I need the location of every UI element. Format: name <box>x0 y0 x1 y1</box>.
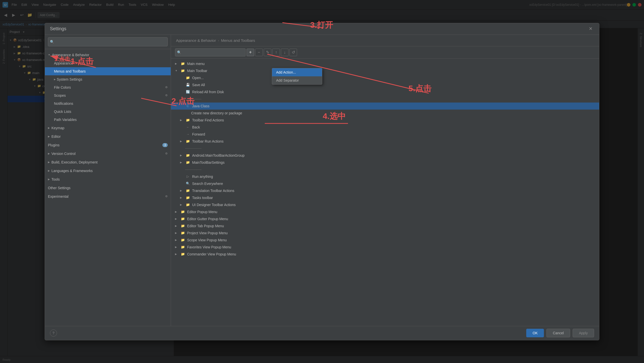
menu-tree-android[interactable]: ▶ 📁 Android.MainToolBarActionGroup <box>171 152 599 159</box>
menu-tree-java-class[interactable]: C Java Class <box>171 103 599 110</box>
back-label: Back <box>192 125 200 129</box>
menu-tree-ui-designer[interactable]: ▶ 📁 UI Designer Toolbar Actions <box>171 201 599 208</box>
commander-popup-arrow: ▶ <box>175 253 180 255</box>
apply-button[interactable]: Apply <box>573 329 594 337</box>
settings-item-scopes[interactable]: Scopes ⚙ <box>45 91 171 100</box>
vc-arrow: ▶ <box>48 152 50 155</box>
open-folder-icon: 📁 <box>185 75 191 81</box>
settings-item-notifications[interactable]: Notifications <box>45 100 171 108</box>
sep-2-label: -------------- <box>185 146 201 150</box>
move-down-button[interactable]: ↓ <box>281 49 288 56</box>
run-anything-icon: ▷ <box>185 174 191 179</box>
settings-filter-wrap: 🔍 <box>175 48 246 56</box>
version-control-label: Version Control <box>51 152 76 156</box>
menu-tree-search-everywhere[interactable]: 🔍 Search Everywhere <box>171 180 599 187</box>
menu-tree-open[interactable]: 📁 Open... <box>171 74 599 81</box>
menu-tree-translation[interactable]: ▶ 📁 Translation Toolbar Actions <box>171 187 599 194</box>
settings-group-plugins[interactable]: Plugins 3 <box>45 141 171 149</box>
menu-tree-main-menu[interactable]: ▶ 📁 Main menu <box>171 60 599 67</box>
path-variables-label: Path Variables <box>54 118 77 122</box>
menu-tree-project-view-popup[interactable]: ▶ 📁 Project View Popup Menu <box>171 229 599 237</box>
run-anything-label: Run anything <box>192 175 213 179</box>
settings-group-editor[interactable]: ▶ Editor <box>45 132 171 141</box>
back-icon: ← <box>185 124 191 130</box>
menu-tree-reload[interactable]: 🔄 Reload All from Disk <box>171 88 599 95</box>
help-button[interactable]: ? <box>50 329 57 337</box>
settings-item-system[interactable]: ▶ System Settings <box>45 75 171 83</box>
scopes-icon: ⚙ <box>165 94 168 97</box>
run-actions-arrow: ▶ <box>180 140 185 143</box>
java-class-icon: C <box>185 103 191 109</box>
menu-tree-editor-popup[interactable]: ▶ 📁 Editor Popup Menu <box>171 208 599 215</box>
menu-tree-run-anything[interactable]: ▷ Run anything <box>171 173 599 180</box>
settings-item-path-variables[interactable]: Path Variables <box>45 116 171 124</box>
menu-tree-tasks[interactable]: ▶ 📁 Tasks toolbar <box>171 194 599 201</box>
notifications-label: Notifications <box>54 102 73 106</box>
settings-item-file-colors[interactable]: File Colors ⚙ <box>45 83 171 91</box>
keymap-arrow: ▶ <box>48 126 50 129</box>
menu-tree-run-actions[interactable]: ▶ 📁 Toolbar Run Actions <box>171 138 599 145</box>
settings-group-build[interactable]: ▶ Build, Execution, Deployment <box>45 158 171 167</box>
project-view-popup-icon: 📁 <box>180 230 186 236</box>
menu-tree-save-all[interactable]: 💾 Save All <box>171 81 599 88</box>
menu-tree-tab-popup[interactable]: ▶ 📁 Editor Tab Popup Menu <box>171 222 599 229</box>
move-up-button[interactable]: ↑ <box>272 49 280 56</box>
settings-item-appearance[interactable]: Appearance <box>45 59 171 67</box>
menu-tree-gutter-popup[interactable]: ▶ 📁 Editor Gutter Popup Menu <box>171 215 599 222</box>
reset-button[interactable]: ↺ <box>289 49 297 56</box>
find-actions-label: Toolbar Find Actions <box>192 118 224 122</box>
tab-popup-icon: 📁 <box>180 223 186 229</box>
settings-group-keymap[interactable]: ▶ Keymap <box>45 124 171 132</box>
settings-filter-input[interactable] <box>175 48 246 56</box>
commander-popup-label: Commander View Popup Menu <box>187 252 236 256</box>
ok-button[interactable]: OK <box>526 329 544 337</box>
reload-icon: 🔄 <box>185 89 191 95</box>
settings-group-appearance-behavior[interactable]: ▼ Appearance & Behavior <box>45 51 171 59</box>
main-menu-arrow: ▶ <box>175 62 180 65</box>
menu-tree-new-dir[interactable]: Create new directory or package <box>171 110 599 117</box>
edit-button[interactable]: ✎ <box>264 49 271 56</box>
context-menu-add-separator[interactable]: Add Separator <box>272 76 322 84</box>
dialog-title: Settings <box>50 26 66 31</box>
tasks-label: Tasks toolbar <box>192 196 213 200</box>
settings-group-tools[interactable]: ▶ Tools <box>45 175 171 184</box>
settings-group-languages[interactable]: ▶ Languages & Frameworks <box>45 167 171 175</box>
settings-item-quick-lists[interactable]: Quick Lists <box>45 108 171 116</box>
menu-tree-scope-view-popup[interactable]: ▶ 📁 Scope View Popup Menu <box>171 237 599 244</box>
menu-tree-sep-3: -------------- <box>171 166 599 173</box>
menu-tree-favorites-view-popup[interactable]: ▶ 📁 Favorites View Popup Menu <box>171 244 599 251</box>
ui-designer-arrow: ▶ <box>180 203 185 206</box>
menu-tree-forward[interactable]: → Forward <box>171 131 599 138</box>
translation-label: Translation Toolbar Actions <box>192 189 234 193</box>
run-actions-label: Toolbar Run Actions <box>192 139 224 143</box>
menu-tree-commander-popup[interactable]: ▶ 📁 Commander View Popup Menu <box>171 251 599 258</box>
settings-search-input[interactable] <box>48 37 168 46</box>
appearance-label: Appearance <box>54 61 73 65</box>
dialog-close-button[interactable]: ✕ <box>587 25 594 32</box>
menu-tree-back[interactable]: ← Back <box>171 124 599 131</box>
settings-group-version-control[interactable]: ▶ Version Control ⚙ <box>45 149 171 158</box>
lang-arrow: ▶ <box>48 169 50 172</box>
save-all-icon: 💾 <box>185 82 191 88</box>
file-colors-icon: ⚙ <box>165 86 168 89</box>
main-toolbar-settings-icon: 📁 <box>185 160 191 165</box>
settings-group-experimental[interactable]: Experimental ⚙ <box>45 192 171 201</box>
run-actions-icon: 📁 <box>185 139 191 144</box>
settings-group-other[interactable]: Other Settings <box>45 184 171 192</box>
favorites-view-popup-arrow: ▶ <box>175 246 180 248</box>
menu-tree-sep-1: -------------- <box>171 95 599 103</box>
settings-tree: ▼ Appearance & Behavior Appearance Menus… <box>45 49 171 326</box>
plugins-label: Plugins <box>48 143 60 147</box>
gutter-popup-arrow: ▶ <box>175 217 180 220</box>
cancel-button[interactable]: Cancel <box>546 329 570 337</box>
add-button[interactable]: + <box>247 49 254 56</box>
settings-item-menus-toolbars[interactable]: Menus and Toolbars <box>45 67 171 75</box>
tools-arrow: ▶ <box>48 178 50 181</box>
menu-tree-main-toolbar[interactable]: ▼ 📁 Main Toolbar <box>171 67 599 74</box>
remove-button[interactable]: − <box>255 49 263 56</box>
context-menu-add-action[interactable]: Add Action... <box>272 68 322 76</box>
menu-tree-find-actions[interactable]: ▶ 📁 Toolbar Find Actions <box>171 117 599 124</box>
settings-breadcrumb-arrow: › <box>218 39 219 42</box>
settings-dialog: Settings ✕ 🔍 ▼ Appearance & <box>45 23 599 340</box>
menu-tree-main-toolbar-settings[interactable]: ▶ 📁 MainToolBarSettings <box>171 159 599 166</box>
